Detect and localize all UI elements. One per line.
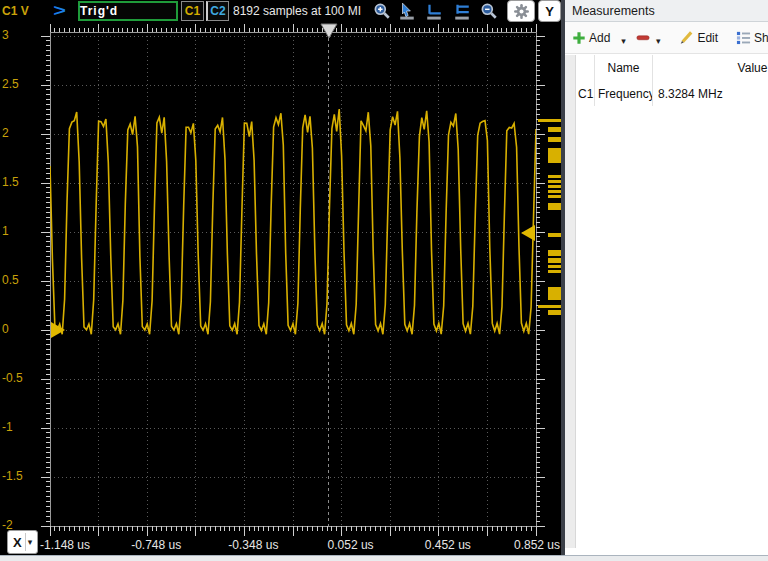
add-dropdown-arrow[interactable]: ▾ (619, 30, 628, 46)
show-measurement-button[interactable]: Sh (733, 28, 768, 47)
list-icon (736, 30, 751, 45)
trigger-edge-icon[interactable] (424, 2, 444, 20)
measurement-row[interactable]: C1 Frequency 8.3284 MHz (576, 81, 768, 106)
histogram-block (548, 148, 561, 163)
panel-gutter (565, 55, 576, 548)
plus-icon (572, 31, 586, 45)
x-tick-label: 0.452 us (411, 538, 485, 552)
trigger-status-button[interactable]: Trig'd (78, 1, 178, 21)
histogram-block (548, 185, 561, 188)
source-column-header (576, 55, 595, 81)
measurement-value: 8.3284 MHz (653, 81, 768, 106)
minus-icon (635, 31, 651, 45)
histogram-block (548, 127, 561, 132)
histogram-block (548, 190, 561, 193)
histogram-block (548, 180, 561, 183)
x-tick-label: -0.748 us (119, 538, 193, 552)
y-tick-label: 2 (2, 126, 46, 140)
x-tick-label: 0.052 us (314, 538, 388, 552)
show-button-label: Sh (754, 31, 768, 45)
histogram-block (538, 119, 561, 122)
cursor-select-icon[interactable] (397, 2, 417, 20)
samples-info-text: 8192 samples at 100 MI (233, 0, 374, 22)
y-tick-label: 3 (2, 28, 46, 42)
oscilloscope-app: C1 V > Trig'd C1 C2 8192 samples at 100 … (0, 0, 768, 561)
measurements-table: Name Value C1 Frequency 8.3284 MHz (576, 55, 768, 106)
scope-toolbar: C1 V > Trig'd C1 C2 8192 samples at 100 … (0, 0, 561, 22)
histogram-block (548, 270, 561, 273)
add-button-label: Add (589, 31, 610, 45)
remove-dropdown-arrow[interactable]: ▾ (654, 30, 663, 46)
histogram-block (538, 305, 561, 308)
histogram-block (548, 250, 561, 256)
measurements-header-row: Name Value (576, 55, 768, 81)
value-column-header: Value (653, 55, 768, 81)
x-tick-label: -0.348 us (216, 538, 290, 552)
y-tick-label: 2.5 (2, 77, 46, 91)
x-axis-button-label: X (8, 535, 25, 550)
zoom-in-icon[interactable] (372, 2, 392, 20)
x-tick-label: 0.852 us (500, 538, 561, 552)
x-tick-label: -1.148 us (28, 538, 102, 552)
histogram-block (548, 203, 561, 210)
name-column-header: Name (595, 55, 653, 81)
trigger-window-icon[interactable] (452, 2, 472, 20)
gear-icon (513, 3, 530, 20)
scope-plot[interactable] (0, 0, 561, 555)
y-tick-label: -1.5 (2, 469, 46, 483)
measurement-name: Frequency (595, 81, 653, 106)
histogram-block (548, 137, 561, 142)
settings-gear-button[interactable] (507, 0, 535, 22)
tab-channel-2[interactable]: C2 (206, 1, 229, 21)
add-measurement-button[interactable]: Add (569, 29, 613, 47)
y-tick-label: 0.5 (2, 273, 46, 287)
y-tick-label: -0.5 (2, 371, 46, 385)
y-axis-menu-button[interactable]: Y (538, 0, 561, 22)
y-tick-label: 1.5 (2, 175, 46, 189)
pencil-icon (679, 30, 694, 45)
x-axis-menu-button[interactable]: X ▾ (7, 530, 38, 554)
y-tick-label: 1 (2, 224, 46, 238)
measurements-toolbar: Add ▾ ▾ Edit Sh (565, 22, 768, 54)
edit-measurement-button[interactable]: Edit (676, 28, 721, 47)
measurement-source: C1 (576, 81, 595, 106)
histogram-block (548, 258, 561, 263)
zoom-out-icon[interactable] (479, 2, 499, 20)
tab-channel-1[interactable]: C1 (181, 1, 204, 21)
y-tick-label: 0 (2, 322, 46, 336)
histogram-block (548, 310, 561, 315)
chevron-down-icon: ▾ (26, 537, 35, 547)
y-axis-channel-label: C1 V (2, 0, 29, 22)
remove-measurement-button[interactable] (632, 29, 654, 47)
trigger-level-marker (521, 225, 535, 241)
collapse-arrow-icon[interactable]: > (53, 0, 66, 22)
histogram-block (548, 175, 561, 178)
edit-button-label: Edit (697, 31, 718, 45)
window-bottom-edge (0, 555, 768, 561)
measurements-panel-title: Measurements (565, 0, 768, 22)
histogram-block (548, 265, 561, 268)
histogram-block (548, 287, 561, 300)
scope-display: C1 V > Trig'd C1 C2 8192 samples at 100 … (0, 0, 561, 555)
histogram-block (548, 233, 561, 237)
measurements-panel: Measurements Add ▾ ▾ Edit Sh (565, 0, 768, 555)
histogram-block (548, 195, 561, 198)
y-tick-label: -1 (2, 420, 46, 434)
